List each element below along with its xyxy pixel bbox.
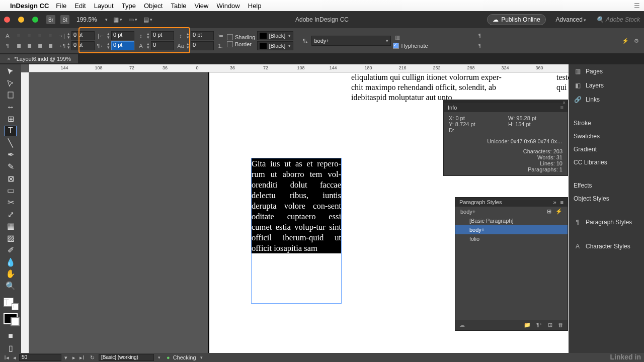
fill-container-toggle[interactable]: T T (4, 298, 18, 309)
screenmode-icon[interactable]: ▯ (5, 343, 16, 353)
new-style-icon[interactable]: ⊞ (547, 208, 551, 214)
quick-apply-icon[interactable]: ⚡ (555, 208, 562, 214)
screen-mode-icon[interactable]: ▭▾ (128, 15, 138, 24)
settings-icon[interactable]: ⚙ (632, 36, 641, 45)
bridge-icon[interactable]: Br (46, 15, 55, 24)
panel-menu-icon[interactable]: ≡ (560, 199, 564, 205)
gradient-feather-tool[interactable]: ▨ (5, 233, 16, 243)
panel-swatches[interactable]: Swatches (569, 130, 644, 143)
chevron-down-icon[interactable]: ▾ (200, 355, 203, 360)
publish-online-button[interactable]: ☁Publish Online (487, 14, 545, 25)
dropcap-chars-field[interactable]: 0 (191, 41, 214, 50)
panel-paragraphstyles[interactable]: ¶Paragraph Styles (569, 215, 644, 229)
border-swatch[interactable]: [Black]▾ (257, 41, 293, 50)
selection-tool[interactable] (5, 66, 16, 76)
preflight-status-icon[interactable]: ● (167, 354, 170, 360)
menu-object[interactable]: Object (144, 2, 163, 10)
line-tool[interactable]: ╲ (5, 138, 16, 148)
clear-overrides-icon[interactable]: ¶⁺ (536, 322, 542, 328)
menu-icon[interactable]: ☰ (634, 2, 640, 10)
border-checkbox[interactable] (227, 41, 233, 47)
menu-help[interactable]: Help (248, 2, 262, 10)
style-item[interactable]: folio (455, 234, 568, 243)
chevron-down-icon[interactable]: ▾ (105, 17, 108, 22)
menu-layout[interactable]: Layout (94, 2, 114, 10)
style-item[interactable]: [Basic Paragraph] (455, 216, 568, 225)
note-tool[interactable]: ✐ (5, 245, 16, 255)
stepper[interactable]: ▴▾ (147, 32, 149, 39)
type-tool[interactable]: T (5, 126, 16, 136)
right-indent-field[interactable]: 0 pt (111, 31, 134, 40)
panel-gradient[interactable]: Gradient (569, 143, 644, 156)
align-right-icon[interactable]: ≡ (35, 31, 44, 40)
panel-layers[interactable]: ◧Layers (569, 78, 644, 93)
dropcap-lines-field[interactable]: 0 (151, 41, 174, 50)
groups-folder-icon[interactable]: 📁 (524, 322, 531, 328)
panel-stroke[interactable]: Stroke (569, 117, 644, 130)
align-left-icon[interactable]: ≡ (14, 31, 23, 40)
fill-stroke-swap[interactable] (4, 313, 18, 324)
stepper[interactable]: ▴▾ (187, 42, 189, 49)
stock-icon[interactable]: St (60, 15, 69, 24)
character-mode-icon[interactable]: A (3, 31, 12, 40)
zoom-level[interactable]: 199.5% (74, 15, 99, 24)
menu-table[interactable]: Table (171, 2, 186, 10)
eyedropper-tool[interactable]: 💧 (5, 257, 16, 267)
rectangle-frame-tool[interactable]: ⊠ (5, 173, 16, 184)
view-options-icon[interactable]: ▦▾ (113, 15, 123, 24)
menu-type[interactable]: Type (122, 2, 136, 10)
apply-color-icon[interactable]: ■ (5, 331, 16, 341)
page-field[interactable]: 50 (19, 354, 61, 361)
panel-effects[interactable]: Effects (569, 179, 644, 192)
panel-characterstyles[interactable]: ACharacter Styles (569, 239, 644, 253)
collapse-icon[interactable]: » (553, 199, 556, 205)
window-zoom[interactable] (32, 17, 38, 23)
justify-center-icon[interactable]: ≣ (25, 41, 34, 50)
workspace-switcher[interactable]: Advanced▾ (556, 16, 586, 23)
page-tool[interactable] (5, 90, 16, 100)
panel-pages[interactable]: ▥Pages (569, 64, 644, 78)
rectangle-tool[interactable]: ▭ (5, 186, 16, 196)
content-collector-tool[interactable]: ⊞ (5, 114, 16, 124)
stepper[interactable]: ▴▾ (67, 32, 70, 39)
close-icon[interactable]: × (7, 56, 10, 62)
horizontal-ruler[interactable]: 144 108 72 36 0 36 72 108 144 180 216 25… (29, 64, 644, 72)
stepper[interactable]: ▴▾ (147, 42, 149, 49)
space-before-field[interactable]: 0 pt (151, 31, 174, 40)
new-style-icon[interactable]: ⊞ (548, 322, 552, 328)
hyphenate-checkbox[interactable] (393, 43, 399, 49)
doc-tab[interactable]: × *Layout6.indd @ 199% (0, 54, 78, 63)
paragraph-style-dropdown[interactable]: body+▾ (311, 36, 391, 46)
direct-selection-tool[interactable] (5, 78, 16, 88)
adobestock-search[interactable]: 🔍Adobe Stock (596, 16, 640, 23)
panel-menu-icon[interactable]: ≡ (560, 105, 564, 111)
quick-apply-icon[interactable]: ⚡ (621, 36, 630, 45)
app-name[interactable]: InDesign CC (10, 2, 49, 10)
gradient-swatch-tool[interactable]: ▦ (5, 221, 16, 231)
menu-window[interactable]: Window (217, 2, 240, 10)
gap-tool[interactable]: ↔ (5, 102, 16, 112)
window-minimize[interactable] (18, 17, 24, 23)
pencil-tool[interactable]: ✎ (5, 162, 16, 172)
next-page-icon[interactable]: ▸ (70, 354, 77, 361)
preflight-profile[interactable]: [Basic] (working) (99, 354, 154, 361)
prev-page-icon[interactable]: ◂ (11, 354, 18, 361)
columns-icon[interactable]: ▥ (393, 33, 402, 42)
delete-style-icon[interactable]: 🗑 (558, 322, 564, 328)
free-transform-tool[interactable]: ⤢ (5, 209, 16, 219)
pen-tool[interactable]: ✒ (5, 150, 16, 160)
close-icon[interactable]: × (562, 100, 566, 103)
window-close[interactable] (4, 17, 10, 23)
open-icon[interactable]: ↻ (89, 354, 96, 361)
panel-links[interactable]: 🔗Links (569, 93, 644, 107)
align-justify-icon[interactable]: ≡ (46, 31, 55, 40)
menu-file[interactable]: File (56, 2, 66, 10)
stepper[interactable]: ▴▾ (187, 32, 189, 39)
arrange-icon[interactable]: ▤▾ (143, 15, 153, 24)
menu-edit[interactable]: Edit (74, 2, 86, 10)
left-indent-field[interactable]: 0 pt (71, 31, 95, 40)
panel-objectstyles[interactable]: Object Styles (569, 192, 644, 205)
last-page-icon[interactable]: ▸I (78, 354, 86, 361)
shading-checkbox[interactable] (227, 34, 233, 40)
align-center-icon[interactable]: ≡ (25, 31, 34, 40)
